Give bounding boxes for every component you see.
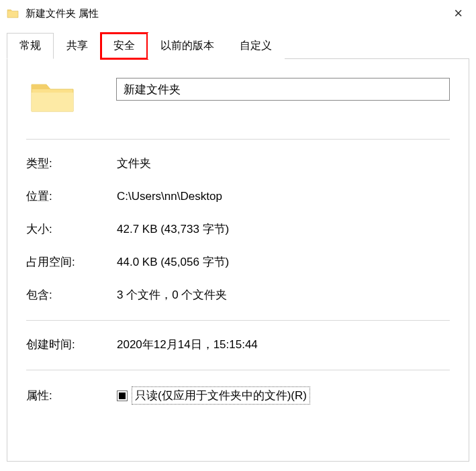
tab-security[interactable]: 安全 xyxy=(101,33,148,59)
sizeondisk-label: 占用空间: xyxy=(26,254,117,270)
sizeondisk-row: 占用空间: 44.0 KB (45,056 字节) xyxy=(26,254,450,270)
type-row: 类型: 文件夹 xyxy=(26,156,450,171)
folder-large-icon xyxy=(29,78,76,115)
tab-previous-versions[interactable]: 以前的版本 xyxy=(148,33,227,59)
location-row: 位置: C:\Users\nn\Desktop xyxy=(26,189,450,204)
size-row: 大小: 42.7 KB (43,733 字节) xyxy=(26,221,450,237)
general-panel: 类型: 文件夹 位置: C:\Users\nn\Desktop 大小: 42.7… xyxy=(7,59,469,462)
divider xyxy=(26,370,450,370)
type-value: 文件夹 xyxy=(117,156,151,171)
contains-row: 包含: 3 个文件，0 个文件夹 xyxy=(26,287,450,303)
contains-label: 包含: xyxy=(26,287,117,303)
created-label: 创建时间: xyxy=(26,337,117,352)
name-row xyxy=(26,78,450,115)
divider xyxy=(26,139,450,140)
folder-icon xyxy=(7,8,19,19)
content-area: 常规 共享 安全 以前的版本 自定义 类型: 文件夹 xyxy=(0,27,476,471)
created-value: 2020年12月14日，15:15:44 xyxy=(117,337,258,352)
attributes-label: 属性: xyxy=(26,388,117,403)
divider xyxy=(26,320,450,321)
readonly-checkbox[interactable] xyxy=(117,390,128,401)
readonly-wrapper: 只读(仅应用于文件夹中的文件)(R) xyxy=(117,386,310,405)
tab-sharing[interactable]: 共享 xyxy=(54,33,101,59)
created-row: 创建时间: 2020年12月14日，15:15:44 xyxy=(26,337,450,352)
tab-strip: 常规 共享 安全 以前的版本 自定义 xyxy=(7,32,469,59)
size-label: 大小: xyxy=(26,221,117,237)
contains-value: 3 个文件，0 个文件夹 xyxy=(117,287,227,303)
titlebar: 新建文件夹 属性 × xyxy=(0,0,476,27)
sizeondisk-value: 44.0 KB (45,056 字节) xyxy=(117,254,229,270)
window-title: 新建文件夹 属性 xyxy=(26,7,448,20)
location-label: 位置: xyxy=(26,189,117,204)
tab-general[interactable]: 常规 xyxy=(7,33,54,59)
folder-name-input[interactable] xyxy=(116,78,450,101)
readonly-label[interactable]: 只读(仅应用于文件夹中的文件)(R) xyxy=(132,386,310,405)
size-value: 42.7 KB (43,733 字节) xyxy=(117,221,229,237)
close-button[interactable]: × xyxy=(448,5,468,22)
location-value: C:\Users\nn\Desktop xyxy=(117,190,222,203)
attributes-row: 属性: 只读(仅应用于文件夹中的文件)(R) xyxy=(26,386,450,405)
tab-customize[interactable]: 自定义 xyxy=(227,33,285,59)
properties-dialog: 新建文件夹 属性 × 常规 共享 安全 以前的版本 自定义 xyxy=(0,0,476,471)
type-label: 类型: xyxy=(26,156,117,171)
